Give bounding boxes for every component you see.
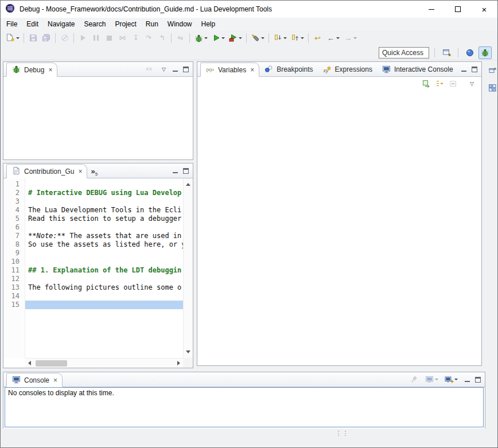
step-over-button[interactable]: ↷ — [142, 32, 155, 44]
step-into-button[interactable]: ↧ — [129, 32, 142, 44]
remove-all-terminated-button[interactable]: ×× — [142, 63, 155, 76]
dropdown-arrow-icon[interactable] — [353, 37, 357, 39]
scroll-right-icon[interactable] — [177, 361, 180, 365]
dropdown-arrow-icon[interactable] — [16, 37, 20, 39]
next-annotation-icon — [273, 33, 283, 42]
tab-expressions[interactable]: xyExpressions — [318, 62, 377, 76]
last-edit-location-button[interactable]: ↩ — [311, 32, 324, 44]
restore-minimized-views-button[interactable] — [486, 64, 498, 76]
minimized-view-button[interactable] — [486, 81, 498, 94]
menu-window[interactable]: Window — [163, 18, 197, 30]
close-icon[interactable]: × — [250, 66, 254, 74]
debug-view-content[interactable] — [3, 77, 193, 159]
expressions-icon: xy — [322, 65, 332, 74]
scroll-up-icon[interactable] — [186, 183, 190, 186]
editor-code-area[interactable]: # Interactive DEBUG using Lua DevelopThe… — [25, 178, 183, 358]
maximize-view-button[interactable] — [472, 67, 477, 72]
editor-tab-row: Contribution_Gu × » 5 — [3, 163, 193, 178]
debug-button[interactable] — [192, 32, 209, 44]
tab-breakpoints[interactable]: Breakpoints — [259, 62, 317, 76]
minimize-window-button[interactable] — [418, 1, 445, 18]
code-line: **Note:** The assets that are used in — [28, 232, 183, 240]
open-console-button[interactable] — [442, 373, 460, 386]
show-type-names-button[interactable] — [420, 77, 433, 90]
maximize-view-button[interactable] — [183, 168, 189, 174]
dropdown-arrow-icon[interactable] — [261, 37, 264, 39]
step-return-button[interactable]: ↰ — [155, 32, 169, 44]
minimize-view-button[interactable] — [172, 168, 178, 174]
horizontal-scrollbar[interactable] — [25, 358, 183, 368]
dropdown-arrow-icon[interactable] — [301, 37, 304, 39]
minimize-view-button[interactable] — [464, 377, 470, 383]
menu-run[interactable]: Run — [141, 18, 163, 30]
dropdown-arrow-icon[interactable] — [454, 379, 458, 380]
next-annotation-button[interactable] — [271, 32, 289, 44]
scroll-down-icon[interactable] — [186, 350, 190, 353]
maximize-view-button[interactable] — [475, 377, 481, 383]
close-icon[interactable]: × — [48, 66, 52, 74]
quick-access-input[interactable]: Quick Access — [379, 47, 429, 59]
external-tools-button[interactable] — [227, 32, 244, 44]
run-button[interactable] — [209, 32, 227, 44]
forward-button[interactable]: → — [341, 32, 359, 44]
display-selected-console-button[interactable] — [423, 373, 440, 386]
show-logical-structure-button[interactable] — [433, 77, 446, 90]
open-perspective-button[interactable] — [440, 46, 453, 59]
minimize-view-button[interactable] — [461, 67, 467, 72]
tab-console[interactable]: Console × — [6, 373, 63, 387]
ldt-perspective-button[interactable] — [463, 46, 476, 59]
console-content[interactable]: No consoles to display at this time. — [5, 387, 484, 427]
tab-interactive-console[interactable]: Interactive Console — [377, 62, 458, 76]
dropdown-arrow-icon[interactable] — [336, 37, 340, 39]
line-number: 6 — [3, 223, 25, 232]
back-button[interactable]: ← — [324, 32, 341, 44]
close-icon[interactable]: × — [53, 376, 57, 384]
dropdown-arrow-icon[interactable] — [204, 37, 208, 39]
pin-console-button[interactable] — [407, 373, 421, 386]
previous-annotation-button[interactable] — [289, 32, 306, 44]
collapse-all-button[interactable] — [446, 77, 460, 90]
debug-view-menu-button[interactable]: ▽ — [160, 63, 168, 76]
dropdown-arrow-icon[interactable] — [239, 37, 242, 39]
maximize-icon — [455, 6, 461, 12]
scrollbar-thumb[interactable] — [36, 360, 67, 367]
maximize-window-button[interactable] — [445, 1, 471, 18]
save-all-button[interactable] — [40, 32, 53, 44]
menu-edit[interactable]: Edit — [22, 18, 43, 30]
line-number: 14 — [3, 292, 25, 301]
new-button[interactable] — [4, 32, 21, 44]
minimize-view-button[interactable] — [172, 67, 178, 72]
menu-navigate[interactable]: Navigate — [43, 18, 79, 30]
tab-overflow-chevron[interactable]: » 5 — [88, 167, 100, 178]
back-icon: ← — [326, 33, 336, 42]
suspend-button[interactable] — [90, 32, 103, 44]
line-number-ruler[interactable]: 123456789101112131415 — [3, 178, 25, 358]
menu-help[interactable]: Help — [197, 18, 220, 30]
search-button[interactable] — [249, 32, 266, 44]
debug-perspective-button[interactable] — [478, 46, 492, 59]
sash-handle[interactable]: ⋮⋮ — [337, 431, 347, 445]
scroll-left-icon[interactable] — [28, 361, 31, 365]
variables-view-content[interactable] — [197, 91, 481, 365]
tab-debug[interactable]: Debug × — [6, 63, 57, 77]
tab-variables[interactable]: (x)=Variables× — [200, 63, 259, 77]
save-button[interactable] — [26, 32, 40, 44]
dropdown-arrow-icon[interactable] — [435, 379, 438, 380]
dropdown-arrow-icon[interactable] — [221, 37, 225, 39]
tab-label: Contribution_Gu — [24, 167, 74, 176]
maximize-view-button[interactable] — [183, 67, 189, 72]
menu-file[interactable]: File — [2, 18, 22, 30]
dropdown-arrow-icon[interactable] — [283, 37, 287, 39]
skip-all-breakpoints-button[interactable] — [58, 32, 71, 44]
menu-search[interactable]: Search — [79, 18, 110, 30]
terminate-button[interactable] — [103, 32, 116, 44]
close-window-button[interactable]: × — [471, 1, 497, 18]
menu-project[interactable]: Project — [110, 18, 141, 30]
resume-button[interactable] — [76, 32, 90, 44]
use-step-filters-button[interactable]: ⇋ — [174, 32, 187, 44]
vertical-scrollbar[interactable] — [183, 178, 193, 358]
tab-contribution-guide[interactable]: Contribution_Gu × — [6, 164, 87, 178]
disconnect-button[interactable]: ⋈ — [116, 32, 129, 44]
view-menu-button[interactable]: ▽ — [465, 77, 478, 90]
close-icon[interactable]: × — [78, 167, 82, 176]
